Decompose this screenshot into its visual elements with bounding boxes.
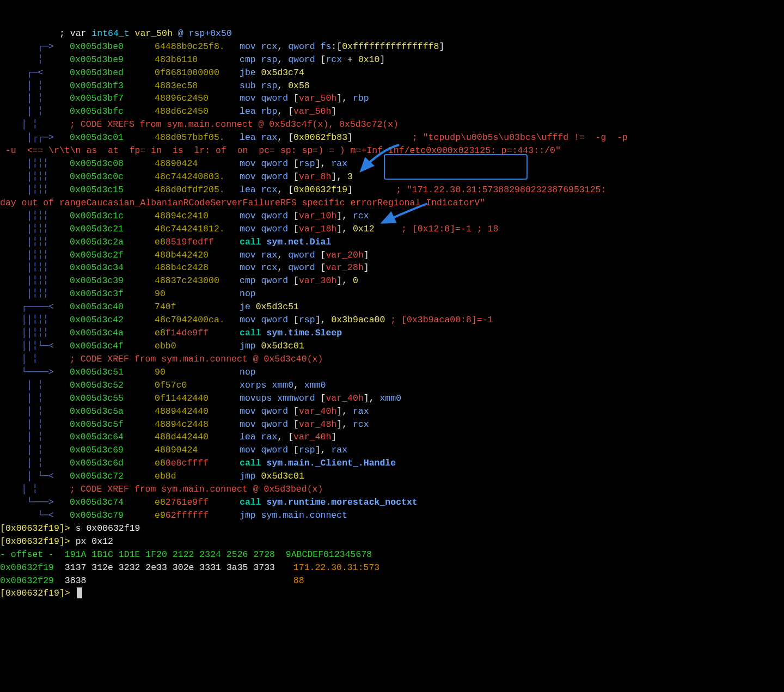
disasm-row: ┌─> 0x005d3be064488b0c25f8.mov rcx, qwor…: [0, 40, 784, 53]
prompt-line[interactable]: [0x00632f19]>: [0, 587, 784, 600]
hex-bytes: 3838: [65, 574, 293, 587]
disasm-row: │ ╎ 0x005d3c550f11442440movups xmmword […: [0, 392, 784, 405]
operands: mov qword [rsp], rax: [240, 444, 347, 457]
address: 0x005d3c01: [70, 132, 124, 143]
operands: lea rcx, [0x00632f19] ; "171.22.30.31:57…: [240, 183, 606, 197]
address: 0x005d3c72: [70, 471, 124, 481]
disasm-row: │ ╎ 0x005d3c5f48894c2448mov qword [var_4…: [0, 418, 784, 431]
hex-bytes: 48894c2448: [155, 419, 209, 430]
flow-col: │╎╎╎: [0, 274, 70, 287]
hex-bytes: ebb0: [155, 341, 176, 351]
hex-bytes: 740f: [155, 302, 176, 312]
flow-col: ┌─<: [0, 66, 70, 79]
command-input[interactable]: px 0x12: [76, 536, 113, 547]
hex-bytes: 488b442420: [155, 250, 209, 260]
flow-col: │ ╎: [0, 405, 70, 418]
hex-offset: 0x00632f29: [0, 575, 65, 586]
hex-bytes: e8: [155, 458, 166, 468]
address: 0x005d3c34: [70, 262, 124, 273]
flow-col: │ ╎: [0, 418, 70, 431]
operands: mov qword [var_48h], rcx: [240, 418, 369, 431]
hex-bytes: 48890424: [155, 158, 198, 169]
disasm-row: ┌─< 0x005d3bed0f8681000000jbe 0x5d3c74: [0, 66, 784, 79]
hex-bytes-suffix: 8519fedff: [166, 237, 214, 247]
string-continuation: day out of rangeCaucasian_AlbanianRCodeS…: [0, 197, 784, 210]
cursor-icon: [77, 587, 82, 598]
hex-bytes: 48896c2450: [155, 93, 209, 103]
disasm-row: └─< 0x005d3c79e962ffffffjmp sym.main.con…: [0, 509, 784, 522]
operands: jbe 0x5d3c74: [240, 66, 304, 79]
flow-col: └────>: [0, 366, 70, 379]
flow-col: │ ╎: [0, 444, 70, 457]
prompt-line[interactable]: [0x00632f19]> px 0x12: [0, 535, 784, 548]
address: 0x005d3c74: [70, 497, 124, 507]
operands: mov qword [var_18h], 0x12 ; [0x12:8]=-1 …: [240, 223, 498, 236]
disasm-row: └────> 0x005d3c5190nop: [0, 366, 784, 379]
address: 0x005d3c5a: [70, 406, 124, 417]
disasm-row: │ ╎ 0x005d3c5a4889442440mov qword [var_4…: [0, 405, 784, 418]
hex-bytes: 483b6110: [155, 54, 198, 65]
inline-comment: [0x3b9aca00:8]=-1: [401, 315, 493, 325]
flow-col: ┌────<: [0, 301, 70, 314]
hex-bytes-suffix: f14de9ff: [166, 328, 209, 338]
flow-col: └───>: [0, 496, 70, 509]
address: 0x005d3c52: [70, 380, 124, 390]
disasm-row: └───> 0x005d3c74e82761e9ffcall sym.runti…: [0, 496, 784, 509]
operands: mov rcx, qword fs:[0xfffffffffffffff8]: [240, 40, 444, 53]
address: 0x005d3c5f: [70, 419, 124, 430]
string-ref: "171.22.30.31:5738829802323876953125:: [407, 185, 606, 195]
disasm-row: │╎╎╎ 0x005d3c15488d0dfdf205.lea rcx, [0x…: [0, 183, 784, 197]
operands: call sym.time.Sleep: [240, 327, 342, 340]
address: 0x005d3c64: [70, 432, 124, 442]
operands: movups xmmword [var_40h], xmm0: [240, 392, 401, 405]
hex-bytes: eb8d: [155, 471, 176, 481]
command-input[interactable]: s 0x00632f19: [76, 523, 140, 534]
disasm-row: ││╎╎╎ 0x005d3c4ae8f14de9ffcall sym.time.…: [0, 327, 784, 340]
var-declaration: ; var int64_t var_50h @ rsp+0x50: [0, 27, 784, 40]
operands: jmp 0x5d3c01: [240, 470, 304, 483]
flow-col: ││╎╎╎: [0, 314, 70, 327]
disasm-row: │ ╎ 0x005d3c6948890424mov qword [rsp], r…: [0, 444, 784, 457]
disasm-row: │╎╎╎ 0x005d3c2148c744241812.mov qword [v…: [0, 223, 784, 236]
code-xref: │ ╎ ; CODE XREF from sym.main.connect @ …: [0, 483, 784, 496]
operands: lea rbp, [var_50h]: [240, 105, 336, 118]
flow-col: │ ╎: [0, 79, 70, 93]
flow-col: └─<: [0, 509, 70, 522]
code-xref: │ ╎ ; CODE XREFS from sym.main.connect @…: [0, 118, 784, 131]
hex-bytes: 488d0dfdf205.: [155, 185, 225, 195]
hex-bytes: 488d057bbf05.: [155, 132, 225, 143]
flow-col: │╎╎╎: [0, 157, 70, 170]
disasm-row: │ ╎ 0x005d3c64488d442440lea rax, [var_40…: [0, 431, 784, 444]
hex-ascii: 171.22.30.31:573: [293, 562, 379, 573]
disasm-row: │ ╎ 0x005d3bfc488d6c2450lea rbp, [var_50…: [0, 105, 784, 118]
address: 0x005d3c42: [70, 315, 124, 325]
string-ref: "tcpudp\u00b5s\u03bcs\ufffd != -g -p: [423, 132, 628, 143]
operands: mov qword [rsp], 0x3b9aca00 ; [0x3b9aca0…: [240, 314, 493, 327]
address: 0x005d3c40: [70, 302, 124, 312]
flow-col: │ ╎: [0, 392, 70, 405]
operands: nop: [240, 287, 256, 301]
hex-bytes: 48c744240803.: [155, 172, 225, 182]
address: 0x005d3c51: [70, 367, 124, 377]
prompt-line[interactable]: [0x00632f19]> s 0x00632f19: [0, 522, 784, 535]
hex-bytes: 64488b0c25f8.: [155, 41, 225, 52]
address: 0x005d3c4f: [70, 341, 124, 351]
address: 0x005d3bf3: [70, 81, 124, 91]
disasm-row: ││╎└─< 0x005d3c4febb0jmp 0x5d3c01: [0, 340, 784, 353]
flow-col: │ └─<: [0, 470, 70, 483]
inline-comment: [0x12:8]=-1 ; 18: [412, 224, 498, 234]
hex-offset: 0x00632f19: [0, 562, 65, 573]
disassembly-terminal[interactable]: ; var int64_t var_50h @ rsp+0x50 ┌─> 0x0…: [0, 0, 784, 691]
operands: nop: [240, 366, 256, 379]
address: 0x005d3c1c: [70, 211, 124, 221]
disasm-row: │ ╎ 0x005d3bf748896c2450mov qword [var_5…: [0, 92, 784, 105]
disasm-row: │ ╎ 0x005d3c6de80e8cffffcall sym.main._C…: [0, 457, 784, 470]
flow-col: ╎: [0, 53, 70, 66]
address: 0x005d3c15: [70, 185, 124, 195]
prompt: [0x00632f19]>: [0, 523, 76, 534]
operands: mov qword [rsp], rax: [240, 157, 347, 170]
flow-col: │ ╎: [0, 105, 70, 118]
flow-col: │╎╎╎: [0, 223, 70, 236]
code-xref: │ ╎ ; CODE XREF from sym.main.connect @ …: [0, 353, 784, 366]
address: 0x005d3c3f: [70, 289, 124, 299]
